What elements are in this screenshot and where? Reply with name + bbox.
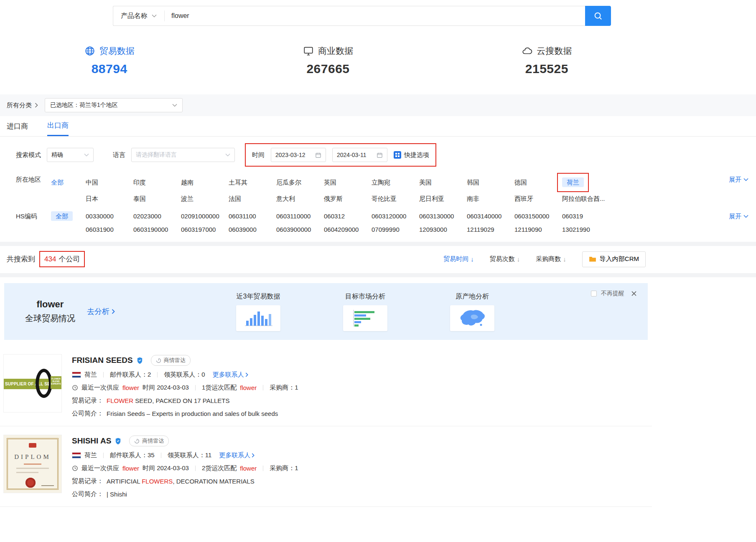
region-item[interactable]: 泰国 <box>133 192 181 205</box>
region-item[interactable]: 厄瓜多尔 <box>276 176 324 189</box>
hs-code-item[interactable]: 060319 <box>562 210 610 223</box>
region-item-selected[interactable]: 荷兰 <box>562 177 584 187</box>
business-radar-badge[interactable]: 商情雷达 <box>129 436 169 446</box>
sort-trade-count[interactable]: 贸易次数 ↓ <box>490 255 520 263</box>
region-selected-cell: 荷兰 <box>562 173 610 192</box>
region-item[interactable]: 尼日利亚 <box>419 192 467 205</box>
hs-code-item[interactable]: 06031100 <box>229 210 276 223</box>
hs-code-item[interactable]: 0603197000 <box>181 223 229 236</box>
hs-expand-button[interactable]: 展开 <box>729 210 749 223</box>
hs-code-item[interactable]: 0603120000 <box>372 210 419 223</box>
tab-exporter[interactable]: 出口商 <box>47 116 69 136</box>
selected-region-dropdown[interactable]: 已选地区：荷兰等1个地区 <box>45 98 183 112</box>
close-icon[interactable] <box>631 291 637 296</box>
hs-code-item[interactable]: 07099990 <box>372 223 419 236</box>
region-item[interactable]: 波兰 <box>181 192 229 205</box>
business-radar-badge[interactable]: 商情雷达 <box>151 355 191 366</box>
region-item[interactable]: 阿拉伯联合酋... <box>562 192 610 205</box>
diploma-seal <box>25 478 36 488</box>
region-item[interactable]: 俄罗斯 <box>324 192 372 205</box>
hs-code-item[interactable]: 0603190000 <box>133 223 181 236</box>
trade-record: FLOWER SEED, PACKED ON 17 PALLETS <box>107 397 230 404</box>
importer-exporter-tabs: 进口商 出口商 <box>0 116 756 137</box>
region-item[interactable]: 法国 <box>229 192 276 205</box>
region-item[interactable]: 土耳其 <box>229 176 276 189</box>
banner-card-trade-trend[interactable]: 近3年贸易数据 <box>236 292 280 331</box>
results-bar: 共搜索到 434 个公司 贸易时间 ↓ 贸易次数 ↓ 采购商数 ↓ 导入内部CR… <box>0 246 756 272</box>
banner-keyword-block: flower 全球贸易情况 <box>25 299 75 324</box>
region-selected-highlight-box: 荷兰 <box>557 173 589 192</box>
hs-code-item[interactable]: 0603900000 <box>276 223 324 236</box>
more-contacts-link[interactable]: 更多联系人 <box>219 451 255 459</box>
region-item[interactable]: 西班牙 <box>514 192 562 205</box>
hs-code-item[interactable]: 00330000 <box>86 210 133 223</box>
region-item[interactable]: 韩国 <box>467 176 514 189</box>
company-name[interactable]: FRISIAN SEEDS <box>72 356 133 365</box>
company-logo[interactable]: DIPLOM <box>3 435 62 493</box>
hs-code-item[interactable]: 0604209000 <box>324 223 372 236</box>
sort-buyer-count[interactable]: 采购商数 ↓ <box>536 255 566 263</box>
stat-trade-data[interactable]: 贸易数据 88794 <box>0 45 219 76</box>
category-filter-bar: 所有分类 已选地区：荷兰等1个地区 <box>0 94 756 116</box>
search-input[interactable] <box>165 6 585 25</box>
hs-code-item[interactable]: 06031900 <box>86 223 133 236</box>
search-mode-select[interactable]: 精确 <box>47 148 94 162</box>
date-from-input[interactable]: 2023-03-12 <box>271 148 326 162</box>
radar-icon <box>134 438 140 444</box>
hs-code-item[interactable]: 02023000 <box>133 210 181 223</box>
dismiss-checkbox[interactable] <box>591 291 597 296</box>
banner-keyword: flower <box>25 299 75 310</box>
region-item[interactable]: 意大利 <box>276 192 324 205</box>
date-to-input[interactable]: 2024-03-11 <box>332 148 387 162</box>
region-item[interactable]: 英国 <box>324 176 372 189</box>
sort-label: 贸易时间 <box>443 255 468 263</box>
banner-card-origin-analysis[interactable]: 原产地分析 <box>450 292 494 331</box>
sort-trade-time[interactable]: 贸易时间 ↓ <box>443 255 474 263</box>
chevron-down-icon <box>172 104 177 107</box>
hs-code-item[interactable]: 0603150000 <box>514 210 562 223</box>
region-item[interactable]: 印度 <box>133 176 181 189</box>
stat-value: 88794 <box>0 62 219 76</box>
region-item[interactable]: 美国 <box>419 176 467 189</box>
hs-code-item[interactable]: 060312 <box>324 210 372 223</box>
analyze-link[interactable]: 去分析 <box>87 306 115 317</box>
hs-code-item[interactable]: 12119090 <box>514 223 562 236</box>
region-item[interactable]: 德国 <box>514 176 562 189</box>
tab-importer[interactable]: 进口商 <box>7 116 28 136</box>
region-item[interactable]: 日本 <box>86 192 133 205</box>
region-filter-label: 所在地区 <box>16 173 51 186</box>
company-country: 荷兰 <box>84 451 97 459</box>
search-mode-value: 精确 <box>51 151 63 159</box>
region-item[interactable]: 中国 <box>86 176 133 189</box>
banner-card-target-market[interactable]: 目标市场分析 <box>343 292 387 331</box>
all-categories-link[interactable]: 所有分类 <box>7 101 38 109</box>
hs-code-item[interactable]: 0603110000 <box>276 210 324 223</box>
region-item[interactable]: 立陶宛 <box>372 176 419 189</box>
region-item[interactable]: 南非 <box>467 192 514 205</box>
stat-cloud-data[interactable]: 云搜数据 215525 <box>438 45 656 76</box>
hs-code-item[interactable]: 0603140000 <box>467 210 514 223</box>
more-contacts-link[interactable]: 更多联系人 <box>213 371 248 379</box>
hs-all-option[interactable]: 全部 <box>51 211 73 221</box>
company-country: 荷兰 <box>84 371 97 379</box>
hs-code-item[interactable]: 13021990 <box>562 223 610 236</box>
search-category-dropdown[interactable]: 产品名称 <box>113 10 165 21</box>
language-select[interactable]: 请选择翻译语言 <box>131 148 235 162</box>
hs-code-item[interactable]: 12119029 <box>467 223 514 236</box>
stat-business-data[interactable]: 商业数据 267665 <box>219 45 437 76</box>
region-item[interactable]: 越南 <box>181 176 229 189</box>
region-expand-button[interactable]: 展开 <box>729 173 749 186</box>
hs-code-item[interactable]: 0603130000 <box>419 210 467 223</box>
region-all-option[interactable]: 全部 <box>51 176 86 189</box>
banner-card-title: 目标市场分析 <box>343 292 387 301</box>
search-button[interactable] <box>585 6 611 26</box>
clock-icon <box>72 385 78 391</box>
hs-code-item[interactable]: 12093000 <box>419 223 467 236</box>
import-crm-button[interactable]: 导入内部CRM <box>582 251 646 267</box>
hs-code-item[interactable]: 02091000000 <box>181 210 229 223</box>
company-logo[interactable]: SUPPLIER OF ALL SEEDS FLOWER BLEND EXPER… <box>3 354 62 413</box>
hs-code-item[interactable]: 06039000 <box>229 223 276 236</box>
region-item[interactable]: 哥伦比亚 <box>372 192 419 205</box>
quick-options-button[interactable]: 快捷选项 <box>394 151 429 159</box>
company-name[interactable]: SHISHI AS <box>72 436 111 446</box>
